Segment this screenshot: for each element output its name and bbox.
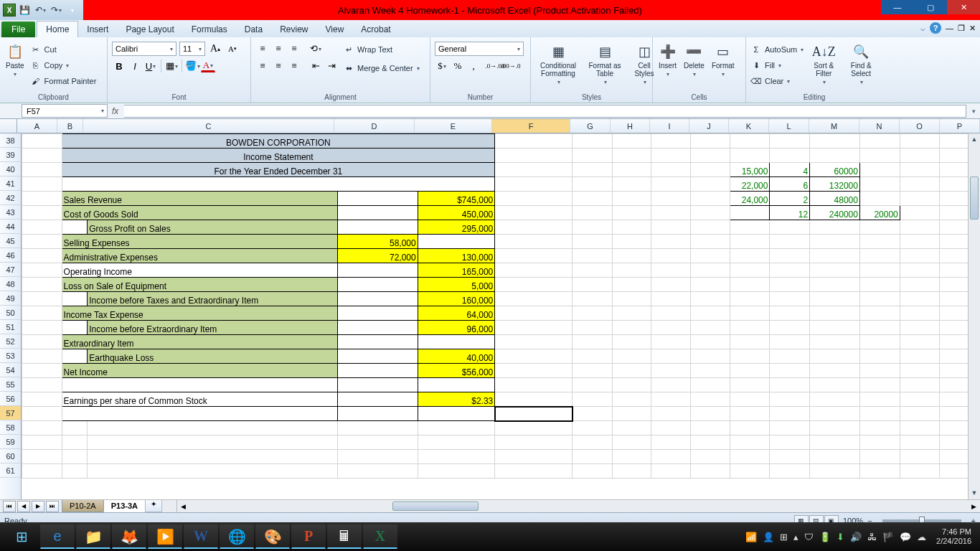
cell-J38[interactable]	[691, 134, 730, 149]
cell-L57[interactable]	[770, 407, 810, 421]
tray-chevron-icon[interactable]: ▴	[793, 532, 798, 542]
close-button[interactable]: ✕	[947, 0, 980, 14]
cell-D55[interactable]	[338, 378, 418, 392]
row-header-54[interactable]: 54	[0, 363, 21, 377]
cell-G57[interactable]	[573, 407, 613, 421]
cell-A58[interactable]	[22, 421, 62, 435]
cell-M56[interactable]	[810, 392, 860, 407]
cell-J51[interactable]	[691, 321, 730, 335]
cell-B49[interactable]	[62, 292, 88, 306]
cell-L41[interactable]: 6	[770, 177, 810, 192]
tray-action-icon[interactable]: 💬	[900, 532, 911, 542]
taskbar-calculator-icon[interactable]: 🖩	[327, 524, 362, 549]
cell-G45[interactable]	[573, 235, 613, 249]
cell-N48[interactable]	[859, 278, 900, 292]
cell-G43[interactable]	[573, 206, 613, 220]
cell-K54[interactable]	[730, 364, 770, 378]
cell-A51[interactable]	[22, 321, 62, 335]
file-tab[interactable]: File	[1, 22, 35, 37]
cell-A50[interactable]	[22, 306, 62, 321]
cell-O48[interactable]	[900, 278, 940, 292]
align-center-icon[interactable]: ≡	[271, 59, 286, 73]
cell-K58[interactable]	[730, 421, 770, 435]
cell-J42[interactable]	[691, 192, 730, 206]
comma-format-icon[interactable]: ,	[466, 59, 481, 73]
cell-A57[interactable]	[22, 407, 62, 421]
cell-E48[interactable]: 5,000	[418, 278, 495, 292]
cell-H52[interactable]	[612, 335, 651, 349]
row-header-56[interactable]: 56	[0, 392, 21, 406]
cell-O49[interactable]	[900, 292, 940, 306]
cell-O46[interactable]	[900, 249, 940, 263]
cell-M59[interactable]	[810, 435, 860, 450]
cell-N44[interactable]	[859, 220, 900, 235]
taskbar-clock[interactable]: 7:46 PM 2/24/2016	[932, 527, 976, 546]
cell-G41[interactable]	[573, 177, 613, 192]
cell-H60[interactable]	[612, 450, 651, 464]
row-header-50[interactable]: 50	[0, 306, 21, 320]
expand-formula-bar-icon[interactable]: ▾	[972, 108, 976, 115]
cells-area[interactable]: BOWDEN CORPORATIONIncome StatementFor th…	[22, 133, 980, 499]
redo-icon[interactable]: ↷▾	[49, 3, 63, 17]
cell-I43[interactable]	[651, 206, 691, 220]
cell-B48[interactable]: Loss on Sale of Equipment	[62, 278, 338, 292]
cell-I58[interactable]	[651, 421, 691, 435]
cell-M46[interactable]	[810, 249, 860, 263]
vscroll-thumb[interactable]	[970, 176, 979, 220]
cell-O56[interactable]	[900, 392, 940, 407]
cell-B55[interactable]	[62, 378, 338, 392]
cell-F59[interactable]	[495, 435, 573, 450]
cell-J46[interactable]	[691, 249, 730, 263]
cell-N39[interactable]	[859, 149, 900, 163]
cell-H55[interactable]	[612, 378, 651, 392]
minimize-button[interactable]: —	[881, 0, 914, 14]
cell-F38[interactable]	[495, 134, 573, 149]
cell-G39[interactable]	[573, 149, 613, 163]
cell-G52[interactable]	[573, 335, 613, 349]
cell-M51[interactable]	[810, 321, 860, 335]
taskbar-explorer-icon[interactable]: 📁	[76, 524, 110, 549]
cell-D48[interactable]	[338, 278, 418, 292]
cell-B45[interactable]: Selling Expenses	[62, 235, 338, 249]
tray-people-icon[interactable]: 👤	[763, 532, 774, 542]
cell-H49[interactable]	[612, 292, 651, 306]
cell-M42[interactable]: 48000	[810, 192, 860, 206]
sheet-next-icon[interactable]: ▶	[32, 501, 44, 512]
cell-A43[interactable]	[22, 206, 62, 220]
cell-N52[interactable]	[859, 335, 900, 349]
cell-K39[interactable]	[730, 149, 770, 163]
cell-B50[interactable]: Income Tax Expense	[62, 306, 338, 321]
cell-N53[interactable]	[859, 349, 900, 364]
cell-G56[interactable]	[573, 392, 613, 407]
taskbar-paint-icon[interactable]: 🎨	[255, 524, 290, 549]
row-header-40[interactable]: 40	[0, 162, 21, 176]
row-header-60[interactable]: 60	[0, 449, 21, 463]
col-header-E[interactable]: E	[415, 119, 492, 133]
orientation-icon[interactable]: ⟲▾	[308, 42, 323, 56]
cell-D58[interactable]	[338, 421, 418, 435]
cell-H57[interactable]	[612, 407, 651, 421]
cell-K52[interactable]	[730, 335, 770, 349]
qat-customize-icon[interactable]: ▾	[65, 3, 79, 17]
cell-I54[interactable]	[651, 364, 691, 378]
font-color-button[interactable]: A▾	[201, 60, 215, 72]
cell-L39[interactable]	[770, 149, 810, 163]
cell-B46[interactable]: Administrative Expenses	[62, 249, 338, 263]
clear-button[interactable]: ⌫Clear▾	[750, 73, 804, 89]
cell-L54[interactable]	[770, 364, 810, 378]
cell-A53[interactable]	[22, 349, 62, 364]
cell-N56[interactable]	[859, 392, 900, 407]
cell-D50[interactable]	[338, 306, 418, 321]
cell-F58[interactable]	[495, 421, 573, 435]
cell-D59[interactable]	[338, 435, 418, 450]
cell-N51[interactable]	[859, 321, 900, 335]
underline-button[interactable]: U▾	[143, 59, 158, 73]
cell-J56[interactable]	[691, 392, 730, 407]
fill-color-button[interactable]: 🪣▾	[185, 59, 199, 73]
cell-L45[interactable]	[770, 235, 810, 249]
cell-H46[interactable]	[612, 249, 651, 263]
cell-I51[interactable]	[651, 321, 691, 335]
cell-O43[interactable]	[900, 206, 940, 220]
cell-O50[interactable]	[900, 306, 940, 321]
cell-J41[interactable]	[691, 177, 730, 192]
